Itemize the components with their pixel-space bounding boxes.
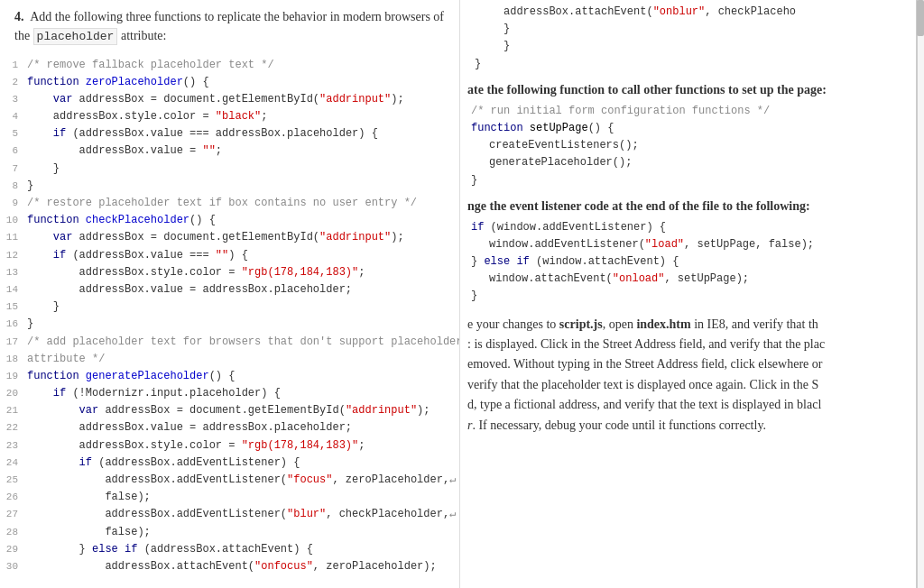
line-number: 24	[0, 455, 27, 472]
code-line: 21 var addressBox = document.getElementB…	[0, 402, 459, 419]
code-line: function setUpPage() {	[471, 120, 895, 137]
left-panel: 4. Add the following three functions to …	[0, 0, 460, 588]
line-number: 29	[0, 542, 27, 558]
code-line: window.attachEvent("onload", setUpPage);	[471, 271, 895, 288]
code-line: 27 addressBox.addEventListener("blur", c…	[0, 506, 459, 523]
code-line: 6 addressBox.value = "";	[0, 142, 459, 160]
line-number: 15	[0, 299, 27, 316]
line-number: 26	[0, 490, 27, 506]
code-line: 9/* restore placeholder text if box cont…	[0, 195, 459, 212]
line-number: 3	[0, 92, 27, 108]
line-number: 25	[0, 473, 27, 489]
code-line: 3 var addressBox = document.getElementBy…	[0, 91, 459, 108]
code-line: 10function checkPlaceholder() {	[0, 212, 459, 229]
code-line: }	[471, 172, 895, 189]
line-number: 9	[0, 196, 27, 212]
code-line: 25 addressBox.addEventListener("focus", …	[0, 472, 459, 489]
code-line: window.addEventListener("load", setUpPag…	[471, 236, 895, 253]
code-line: generatePlaceholder();	[471, 154, 895, 171]
code-line: createEventListeners();	[471, 137, 895, 154]
code-line: 1/* remove fallback placeholder text */	[0, 57, 459, 74]
line-number: 22	[0, 420, 27, 436]
line-number: 19	[0, 369, 27, 385]
code-line: 7 }	[0, 161, 459, 178]
code-line: 19function generatePlaceholder() {	[0, 368, 459, 385]
code-line: 8}	[0, 178, 459, 195]
section1-heading-text: ate the following function to call other…	[467, 83, 827, 96]
section2-heading: nge the event listener code at the end o…	[460, 191, 913, 217]
line-number: 4	[0, 109, 27, 125]
code-line: }	[475, 21, 895, 38]
code-line: 20 if (!Modernizr.input.placeholder) {	[0, 385, 459, 402]
line-number: 17	[0, 335, 27, 351]
code-line: if (window.addEventListener) {	[471, 219, 895, 236]
line-number: 7	[0, 161, 27, 178]
code-line: 28 false);	[0, 524, 459, 541]
line-number: 23	[0, 438, 27, 455]
line-number: 20	[0, 386, 27, 402]
section3-text: e your changes to script.js, open index.…	[460, 308, 913, 443]
right-panel: addressBox.attachEvent("onblur", checkPl…	[460, 0, 924, 588]
line-number: 18	[0, 352, 27, 368]
intro-body: Add the following three functions to rep…	[14, 10, 444, 42]
code-line: } else if (window.attachEvent) {	[471, 253, 895, 271]
code-line: }	[475, 38, 895, 55]
code-line: /* run initial form configuration functi…	[471, 103, 895, 120]
code-line: 15 }	[0, 299, 459, 316]
line-number: 8	[0, 179, 27, 195]
code-line: 14 addressBox.value = addressBox.placeho…	[0, 281, 459, 299]
code-line: 26 false);	[0, 489, 459, 506]
code-line: 11 var addressBox = document.getElementB…	[0, 229, 459, 246]
scrollbar-track[interactable]	[917, 0, 924, 588]
code-line: 12 if (addressBox.value === "") {	[0, 247, 459, 264]
code-line: 23 addressBox.style.color = "rgb(178,184…	[0, 437, 459, 455]
code-line: 22 addressBox.value = addressBox.placeho…	[0, 419, 459, 436]
line-number: 14	[0, 282, 27, 299]
line-number: 28	[0, 525, 27, 541]
placeholder-code: placeholder	[33, 28, 118, 45]
section2-heading-text: nge the event listener code at the end o…	[467, 199, 810, 213]
code-line: 2function zeroPlaceholder() {	[0, 74, 459, 91]
line-number: 27	[0, 507, 27, 523]
line-number: 5	[0, 126, 27, 142]
code-line: 13 addressBox.style.color = "rgb(178,184…	[0, 264, 459, 281]
code-line: 5 if (addressBox.value === addressBox.pl…	[0, 125, 459, 142]
line-number: 11	[0, 230, 27, 246]
code-line: 18attribute */	[0, 351, 459, 368]
step-number: 4.	[14, 10, 24, 23]
code-line: addressBox.attachEvent("onblur", checkPl…	[475, 4, 895, 21]
code-line: }	[471, 288, 895, 305]
code-line: 16}	[0, 316, 459, 333]
line-number: 12	[0, 248, 27, 264]
line-number: 16	[0, 317, 27, 333]
section2-code: if (window.addEventListener) {window.add…	[460, 217, 913, 308]
line-number: 6	[0, 143, 27, 160]
right-code-top: addressBox.attachEvent("onblur", checkPl…	[460, 0, 913, 75]
line-number: 1	[0, 58, 27, 74]
line-number: 13	[0, 265, 27, 281]
code-line: 17/* add placeholder text for browsers t…	[0, 334, 459, 351]
line-number: 30	[0, 559, 27, 575]
section1-code: /* run initial form configuration functi…	[460, 101, 913, 191]
left-code-block: 1/* remove fallback placeholder text */2…	[0, 53, 459, 580]
scrollbar-thumb[interactable]	[917, 0, 924, 36]
line-number: 10	[0, 213, 27, 229]
code-line: }	[475, 56, 895, 73]
code-line: 29 } else if (addressBox.attachEvent) {	[0, 541, 459, 558]
code-line: 24 if (addressBox.addEventListener) {	[0, 455, 459, 472]
line-number: 2	[0, 75, 27, 91]
code-line: 30 addressBox.attachEvent("onfocus", zer…	[0, 558, 459, 575]
line-number: 21	[0, 403, 27, 419]
code-line: 4 addressBox.style.color = "black";	[0, 108, 459, 125]
intro-text: 4. Add the following three functions to …	[0, 0, 459, 53]
section1-heading: ate the following function to call other…	[460, 75, 913, 101]
